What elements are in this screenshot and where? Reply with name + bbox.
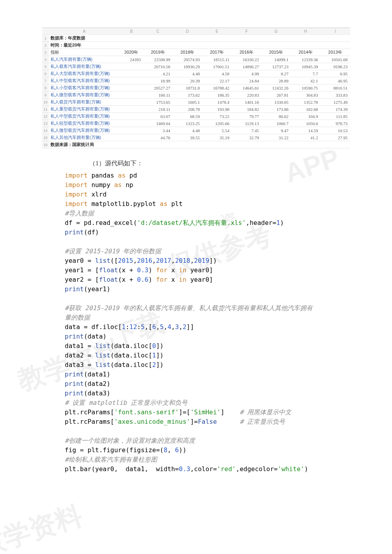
cell: 7.45	[232, 127, 261, 134]
cell	[261, 42, 291, 49]
cell	[173, 35, 202, 42]
column-header	[42, 28, 49, 35]
table-row: 4私人汽车拥有量(万辆)2439322508.9920574.9318515.1…	[42, 56, 350, 63]
cell: 31.22	[261, 134, 291, 141]
cell: 184.82	[232, 106, 261, 113]
cell: 24393	[120, 56, 143, 63]
table-row: 9私人微型载客汽车拥有量(万辆)160.11173.62186.35220.83…	[42, 92, 350, 99]
cell: 35.19	[202, 134, 232, 141]
cell: 1330.65	[261, 99, 291, 106]
cell: 2016年	[232, 49, 261, 56]
cell: 18515.11	[202, 56, 232, 63]
cell: 20710.58	[143, 63, 173, 70]
row-label: 私人小型载客汽车拥有量(万辆)	[49, 84, 120, 92]
cell: 304.83	[291, 92, 321, 99]
table-row: 16数据来源：国家统计局	[42, 141, 350, 148]
cell: 267.81	[261, 92, 291, 99]
cell: 193.98	[202, 106, 232, 113]
cell	[120, 77, 143, 84]
row-number: 6	[42, 70, 49, 77]
cell: 12737.23	[261, 63, 291, 70]
row-label: 私人微型载客汽车拥有量(万辆)	[49, 92, 120, 99]
cell	[143, 42, 173, 49]
cell: 7.7	[291, 70, 321, 77]
cell: 16788.42	[202, 84, 232, 92]
cell: 1352.78	[291, 99, 321, 106]
cell: 79.77	[232, 113, 261, 120]
row-label: 私人中型载客汽车拥有量(万辆)	[49, 77, 120, 84]
cell: 6.95	[321, 70, 350, 77]
cell: 14099.1	[261, 56, 291, 63]
cell: 16330.22	[232, 56, 261, 63]
cell	[120, 35, 143, 42]
cell: 27.95	[321, 134, 350, 141]
cell: 4.48	[173, 70, 202, 77]
cell: 10590.75	[291, 84, 321, 92]
cell	[232, 141, 261, 148]
cell: 1323.25	[173, 120, 202, 127]
row-number: 13	[42, 120, 49, 127]
cell: 42.1	[291, 77, 321, 84]
cell: 20.39	[173, 77, 202, 84]
cell	[120, 42, 143, 49]
table-row: 12私人中型载货汽车拥有量(万辆)63.0768.5973.2279.7786.…	[42, 113, 350, 120]
cell: 20574.93	[173, 56, 202, 63]
cell: 104.9	[291, 113, 321, 120]
row-number: 5	[42, 63, 49, 70]
cell	[143, 35, 173, 42]
table-row: 11私人重型载货汽车拥有量(万辆)218.11208.78193.98184.8…	[42, 106, 350, 113]
table-row: 14私人微型载货汽车拥有量(万辆)3.444.485.547.459.4714.…	[42, 127, 350, 134]
cell: 2014年	[291, 49, 321, 56]
cell: 1060.7	[261, 120, 291, 127]
cell: 8.27	[261, 70, 291, 77]
column-header: H	[291, 28, 321, 35]
cell: 12339.36	[291, 56, 321, 63]
cell: 1205.66	[202, 120, 232, 127]
cell	[321, 42, 350, 49]
cell: 1753.65	[143, 99, 173, 106]
cell: 173.86	[261, 106, 291, 113]
cell: 2013年	[321, 49, 350, 56]
cell	[143, 141, 173, 148]
cell: 10945.39	[291, 63, 321, 70]
cell: 10501.68	[321, 56, 350, 63]
cell: 4.48	[173, 127, 202, 134]
row-label: 私人轻型载货汽车拥有量(万辆)	[49, 120, 120, 127]
cell: 2015年	[261, 49, 291, 56]
row-label: 指标	[49, 49, 120, 56]
table-row: 13私人轻型载货汽车拥有量(万辆)1469.041323.251205.6611…	[42, 120, 350, 127]
cell: 3.44	[143, 127, 173, 134]
cell: 1478.4	[202, 99, 232, 106]
cell	[202, 141, 232, 148]
cell: 2020年	[120, 49, 143, 56]
row-number: 1	[42, 35, 49, 42]
cell: 2019年	[143, 49, 173, 56]
table-row: 3指标2020年2019年2018年2017年2016年2015年2014年20…	[42, 49, 350, 56]
cell	[120, 127, 143, 134]
cell: 4.21	[143, 70, 173, 77]
row-label: 私人微型载货汽车拥有量(万辆)	[49, 127, 120, 134]
row-number: 10	[42, 99, 49, 106]
row-label: 私人载货汽车拥有量(万辆)	[49, 99, 120, 106]
cell	[261, 141, 291, 148]
cell: 4.99	[232, 70, 261, 77]
row-number: 7	[42, 77, 49, 84]
row-label: 私人载客汽车拥有量(万辆)	[49, 63, 120, 70]
column-header: B	[120, 28, 143, 35]
cell: 333.83	[321, 92, 350, 99]
cell: 160.11	[143, 92, 173, 99]
cell: 14645.61	[232, 84, 261, 92]
cell: 4.58	[202, 70, 232, 77]
cell: 186.35	[202, 92, 232, 99]
column-header: D	[173, 28, 202, 35]
cell: 173.62	[173, 92, 202, 99]
cell	[120, 134, 143, 141]
cell	[291, 141, 321, 148]
cell: 208.78	[173, 106, 202, 113]
cell: 32.79	[232, 134, 261, 141]
column-header: F	[232, 28, 261, 35]
row-number: 16	[42, 141, 49, 148]
row-number: 4	[42, 56, 49, 63]
spreadsheet-screenshot: ABCDEFGHI 1数据库：年度数据2时间：最近20年3指标2020年2019…	[42, 28, 350, 148]
cell: 2017年	[202, 49, 232, 56]
